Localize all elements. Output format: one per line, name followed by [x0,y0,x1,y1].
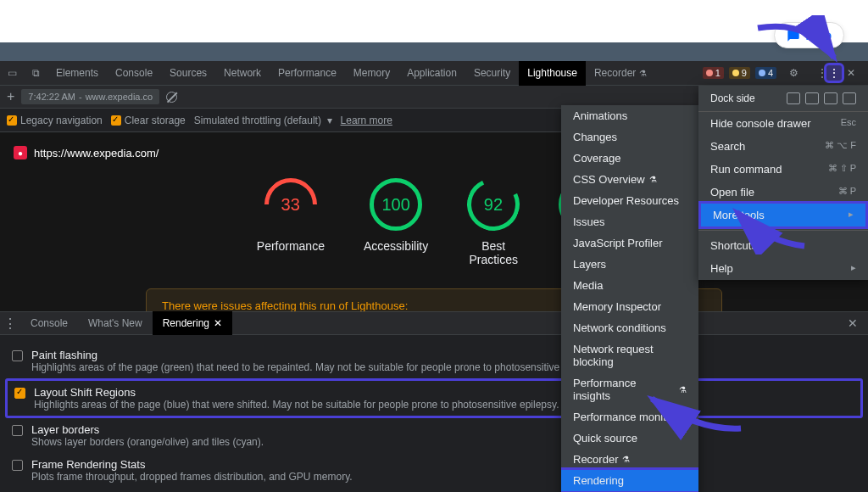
favicon-icon: ● [14,146,27,159]
close-tab-icon[interactable]: ✕ [214,311,222,335]
tools-item-css-overview[interactable]: CSS Overview ⚗ [561,169,698,190]
tab-console[interactable]: Console [107,61,161,86]
learn-more-link[interactable]: Learn more [341,115,392,126]
render-option-layer-borders[interactable]: Layer bordersShows layer borders (orange… [12,418,856,453]
flask-icon: ⚗ [649,175,657,184]
tab-application[interactable]: Application [398,61,465,86]
drawer-kebab-icon[interactable]: ⋮ [0,316,20,332]
tab-elements[interactable]: Elements [47,61,107,86]
render-option-layout-shift-regions[interactable]: Layout Shift RegionsHighlights areas of … [5,378,863,418]
menu-item-open-file[interactable]: Open file⌘ P [698,181,868,204]
drawer-tab-console[interactable]: Console [20,311,78,335]
more-tools-submenu: AnimationsChangesCoverageCSS Overview ⚗D… [561,105,698,492]
dock-undock-icon[interactable] [787,92,800,104]
tab-lighthouse[interactable]: Lighthouse [519,61,586,86]
device-icon[interactable]: ⧉ [24,67,47,79]
dock-left-icon[interactable] [805,92,819,104]
info-badge[interactable]: 4 [755,67,776,79]
score-best-practices[interactable]: 92Best Practices [467,178,520,266]
rendering-panel: Paint flashingHighlights areas of the pa… [0,335,868,492]
flask-icon: ⚗ [679,385,687,394]
tools-item-memory-inspector[interactable]: Memory Inspector [561,296,698,317]
score-performance[interactable]: 33Performance [257,178,325,266]
error-badge[interactable]: 1 [703,67,724,79]
menu-item-hide-console-drawer[interactable]: Hide console drawerEsc [698,112,868,135]
warning-badge[interactable]: 9 [729,67,750,79]
tools-item-issues[interactable]: Issues [561,211,698,232]
menu-item-run-command[interactable]: Run command⌘ ⇧ P [698,158,868,181]
inspect-icon[interactable]: ▭ [0,67,24,79]
tools-item-changes[interactable]: Changes [561,126,698,148]
tab-network[interactable]: Network [215,61,270,86]
tools-item-performance-monitor[interactable]: Performance monitor [561,406,698,428]
kebab-highlight[interactable]: ⋮ [824,63,844,83]
score-accessibility[interactable]: 100Accessibility [364,178,428,266]
tools-item-quick-source[interactable]: Quick source [561,428,698,449]
tools-item-layers[interactable]: Layers [561,254,698,275]
tab-performance[interactable]: Performance [270,61,345,86]
dock-bottom-icon[interactable] [824,92,837,104]
checkbox-icon[interactable] [14,388,25,399]
tools-item-network-conditions[interactable]: Network conditions [561,317,698,338]
menu-item-shortcuts[interactable]: Shortcuts [698,234,868,257]
tools-item-animations[interactable]: Animations [561,105,698,126]
tools-item-network-request-blocking[interactable]: Network request blocking [561,338,698,372]
help-bubble[interactable]: Help [774,22,844,48]
menu-item-help[interactable]: Help▸ [698,257,868,280]
report-tab[interactable]: 7:42:22 AM - www.expedia.co [21,89,159,104]
checkbox-icon[interactable] [12,425,23,436]
report-url: https://www.expedia.com/ [34,147,159,159]
drawer-close-icon[interactable]: ✕ [837,316,868,330]
clear-icon[interactable] [166,92,177,103]
tab-recorder[interactable]: Recorder ⚗ [586,61,655,86]
tab-security[interactable]: Security [465,61,519,86]
tools-item-javascript-profiler[interactable]: JavaScript Profiler [561,232,698,254]
drawer-tabs: ⋮ ConsoleWhat's NewRendering ✕✕ [0,311,868,335]
main-tabs: ▭ ⧉ ElementsConsoleSourcesNetworkPerform… [0,61,868,86]
tools-item-rendering[interactable]: Rendering [561,467,698,492]
dock-right-icon[interactable] [843,92,856,104]
help-label: Help [805,28,832,42]
legacy-navigation-checkbox[interactable]: Legacy navigation [7,115,103,126]
drawer-tab-rendering[interactable]: Rendering ✕ [153,311,232,335]
tools-item-coverage[interactable]: Coverage [561,148,698,169]
clear-storage-checkbox[interactable]: Clear storage [111,115,186,126]
tab-sources[interactable]: Sources [161,61,215,86]
render-option-paint-flashing[interactable]: Paint flashingHighlights areas of the pa… [12,344,856,378]
menu-item-more-tools[interactable]: More tools▸ [698,201,868,229]
tab-memory[interactable]: Memory [345,61,398,86]
new-report-button[interactable]: + [7,89,14,104]
checkbox-icon[interactable] [12,350,23,361]
gear-icon[interactable]: ⚙ [782,67,805,79]
drawer-tab-whatsnew[interactable]: What's New [78,311,153,335]
render-option-frame-rendering-stats[interactable]: Frame Rendering StatsPlots frame through… [12,453,856,488]
chat-icon [787,29,800,42]
tools-item-developer-resources[interactable]: Developer Resources [561,190,698,211]
dock-side-label: Dock side [710,92,755,104]
tools-item-performance-insights[interactable]: Performance insights ⚗ [561,372,698,406]
tools-item-media[interactable]: Media [561,275,698,296]
main-menu: Dock side Hide console drawerEscSearch⌘ … [698,86,868,280]
flask-icon: ⚗ [622,455,630,464]
checkbox-icon[interactable] [12,460,23,471]
throttling-select[interactable]: Simulated throttling (default) ▾ [194,115,332,126]
menu-item-search[interactable]: Search⌘ ⌥ F [698,135,868,158]
